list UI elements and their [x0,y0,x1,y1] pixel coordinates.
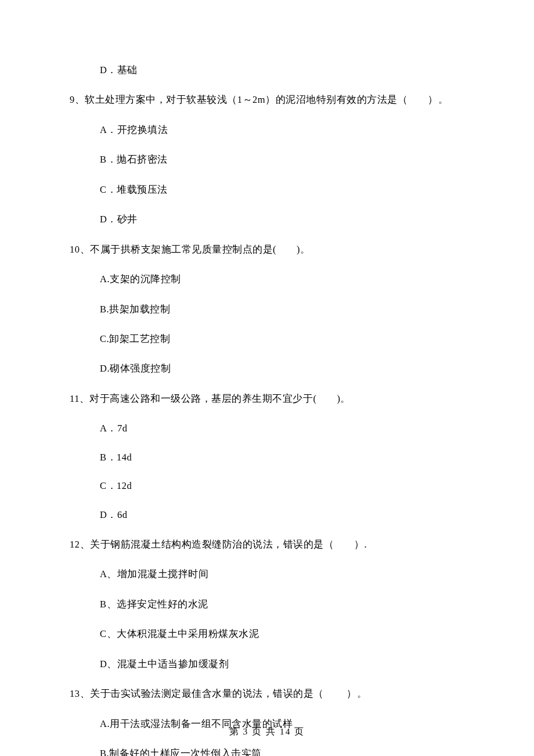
question-10: 10、不属于拱桥支架施工常见质量控制点的是( )。 [70,243,464,255]
question-13: 13、关于击实试验法测定最佳含水量的说法，错误的是（ ）。 [70,687,464,700]
page-footer: 第 3 页 共 14 页 [0,726,534,737]
q13-option-b: B.制备好的土样应一次性倒入击实筒 [100,747,464,756]
question-11: 11、对于高速公路和一级公路，基层的养生期不宜少于( )。 [70,393,464,405]
q11-option-b: B．14d [100,451,464,463]
q10-option-a: A.支架的沉降控制 [100,273,464,285]
q12-option-b: B、选择安定性好的水泥 [100,598,464,610]
question-12: 12、关于钢筋混凝土结构构造裂缝防治的说法，错误的是（ ）. [70,538,464,550]
q9-option-b: B．抛石挤密法 [100,153,464,165]
q12-option-d: D、混凝土中适当掺加缓凝剂 [100,658,464,670]
q11-option-c: C．12d [100,480,464,492]
q11-option-a: A．7d [100,422,464,434]
q8-option-d: D．基础 [100,64,464,76]
question-9: 9、软土处理方案中，对于软基较浅（1～2m）的泥沼地特别有效的方法是（ ）。 [70,93,464,106]
page-content: D．基础 9、软土处理方案中，对于软基较浅（1～2m）的泥沼地特别有效的方法是（… [0,0,534,756]
q10-option-d: D.砌体强度控制 [100,362,464,375]
q9-option-d: D．砂井 [100,213,464,225]
q10-option-b: B.拱架加载控制 [100,303,464,315]
q10-option-c: C.卸架工艺控制 [100,333,464,345]
q9-option-a: A．开挖换填法 [100,124,464,136]
q11-option-d: D．6d [100,509,464,521]
q12-option-a: A、增加混凝土搅拌时间 [100,568,464,580]
q12-option-c: C、大体积混凝土中采用粉煤灰水泥 [100,628,464,640]
q9-option-c: C．堆载预压法 [100,183,464,196]
